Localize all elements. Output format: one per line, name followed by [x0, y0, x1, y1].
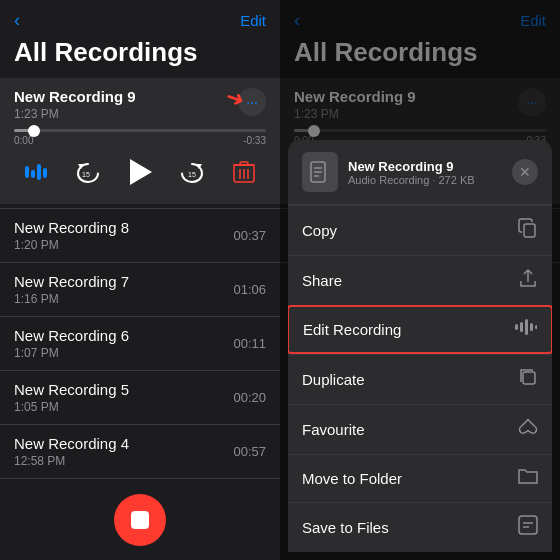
svg-text:15: 15 — [188, 171, 196, 178]
svg-rect-3 — [43, 168, 47, 178]
move-icon — [518, 467, 538, 490]
copy-icon — [518, 218, 538, 243]
svg-rect-1 — [31, 170, 35, 178]
eq-button[interactable] — [18, 154, 54, 190]
list-item[interactable]: New Recording 5 1:05 PM 00:20 — [0, 370, 280, 424]
save-label: Save to Files — [302, 519, 389, 536]
context-share-button[interactable]: Share — [288, 255, 552, 305]
active-recording-time: 1:23 PM — [14, 107, 136, 121]
move-label: Move to Folder — [302, 470, 402, 487]
duplicate-icon — [518, 367, 538, 392]
edit-recording-icon — [515, 319, 537, 340]
svg-rect-2 — [37, 164, 41, 180]
context-move-button[interactable]: Move to Folder — [288, 454, 552, 502]
save-icon — [518, 515, 538, 540]
svg-text:15: 15 — [82, 171, 90, 178]
left-panel: ‹ Edit All Recordings New Recording 9 1:… — [0, 0, 280, 560]
context-save-button[interactable]: Save to Files — [288, 502, 552, 552]
play-button[interactable] — [122, 154, 158, 190]
context-menu: Copy Share — [288, 205, 552, 552]
record-container — [0, 482, 280, 560]
copy-label: Copy — [302, 222, 337, 239]
list-item[interactable]: New Recording 7 1:16 PM 01:06 — [0, 262, 280, 316]
edit-recording-label: Edit Recording — [303, 321, 401, 338]
playback-controls: 15 15 — [14, 148, 266, 196]
list-item[interactable]: New Recording 4 12:58 PM 00:57 — [0, 424, 280, 478]
svg-marker-6 — [130, 159, 152, 185]
context-duplicate-button[interactable]: Duplicate — [288, 354, 552, 404]
active-recording-name: New Recording 9 — [14, 88, 136, 105]
context-favourite-button[interactable]: Favourite — [288, 404, 552, 454]
list-item[interactable]: New Recording 6 1:07 PM 00:11 — [0, 316, 280, 370]
share-icon — [518, 268, 538, 293]
context-copy-button[interactable]: Copy — [288, 205, 552, 255]
left-title: All Recordings — [0, 35, 280, 78]
context-file-meta: Audio Recording · 272 KB — [348, 174, 475, 186]
delete-button[interactable] — [226, 154, 262, 190]
svg-rect-34 — [524, 224, 535, 237]
file-icon — [302, 152, 338, 192]
svg-rect-39 — [535, 325, 537, 329]
progress-end: -0:33 — [243, 135, 266, 146]
svg-rect-40 — [523, 372, 535, 384]
progress-bar[interactable]: 0:00 -0:33 — [14, 129, 266, 146]
context-overlay: New Recording 9 Audio Recording · 272 KB… — [280, 0, 560, 560]
svg-rect-41 — [519, 516, 537, 534]
left-header: ‹ Edit — [0, 0, 280, 35]
left-back-button[interactable]: ‹ — [14, 10, 20, 31]
favourite-icon — [518, 417, 538, 442]
svg-rect-38 — [530, 323, 533, 331]
left-edit-button[interactable]: Edit — [240, 12, 266, 29]
svg-rect-37 — [525, 319, 528, 335]
progress-start: 0:00 — [14, 135, 33, 146]
svg-rect-0 — [25, 166, 29, 178]
list-item[interactable]: New Recording 8 1:20 PM 00:37 — [0, 208, 280, 262]
forward-button[interactable]: 15 — [174, 154, 210, 190]
svg-rect-35 — [515, 324, 518, 330]
left-active-recording: New Recording 9 1:23 PM ··· ➜ 0:00 -0:33 — [0, 78, 280, 204]
duplicate-label: Duplicate — [302, 371, 365, 388]
context-file-name: New Recording 9 — [348, 159, 475, 174]
record-button[interactable] — [114, 494, 166, 546]
right-panel: ‹ Edit All Recordings New Recording 9 1:… — [280, 0, 560, 560]
share-label: Share — [302, 272, 342, 289]
svg-rect-36 — [520, 322, 523, 332]
context-file-header: New Recording 9 Audio Recording · 272 KB… — [288, 140, 552, 205]
left-recording-list: New Recording 8 1:20 PM 00:37 New Record… — [0, 208, 280, 482]
rewind-button[interactable]: 15 — [70, 154, 106, 190]
record-icon — [131, 511, 149, 529]
favourite-label: Favourite — [302, 421, 365, 438]
context-close-button[interactable]: ✕ — [512, 159, 538, 185]
context-edit-recording-button[interactable]: Edit Recording — [288, 305, 552, 354]
